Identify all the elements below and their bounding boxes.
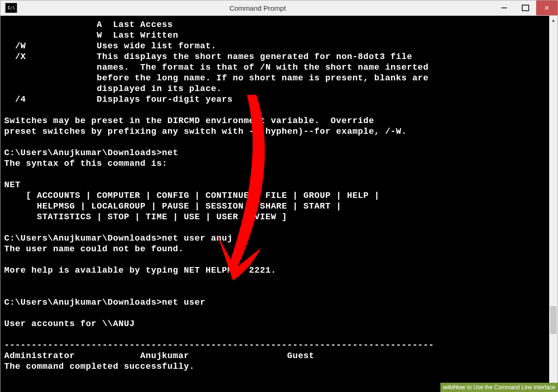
titlebar[interactable]: C:\ Command Prompt ✕ bbox=[0, 0, 558, 16]
window-title: Command Prompt bbox=[22, 4, 493, 12]
close-icon: ✕ bbox=[544, 4, 550, 12]
window-controls: ✕ bbox=[493, 0, 558, 15]
scroll-up-button[interactable]: ▲ bbox=[549, 16, 558, 24]
footer-caption: to Use the Command Line Interface bbox=[467, 384, 555, 391]
caption-footer: wikiHow to Use the Command Line Interfac… bbox=[440, 383, 558, 392]
vertical-scrollbar[interactable]: ▲ ▼ bbox=[549, 16, 558, 392]
cmd-icon: C:\ bbox=[5, 3, 17, 13]
maximize-icon bbox=[522, 5, 529, 11]
terminal-output[interactable]: A Last Access W Last Written /W Uses wid… bbox=[0, 16, 549, 392]
scroll-thumb[interactable] bbox=[550, 306, 557, 334]
footer-brand: wikiHow bbox=[443, 384, 465, 391]
client-area: A Last Access W Last Written /W Uses wid… bbox=[0, 16, 558, 392]
cmd-window: C:\ Command Prompt ✕ A Last Access W Las… bbox=[0, 0, 558, 392]
close-button[interactable]: ✕ bbox=[536, 0, 558, 15]
maximize-button[interactable] bbox=[515, 0, 536, 15]
minimize-button[interactable] bbox=[493, 0, 515, 15]
minimize-icon bbox=[501, 7, 507, 8]
